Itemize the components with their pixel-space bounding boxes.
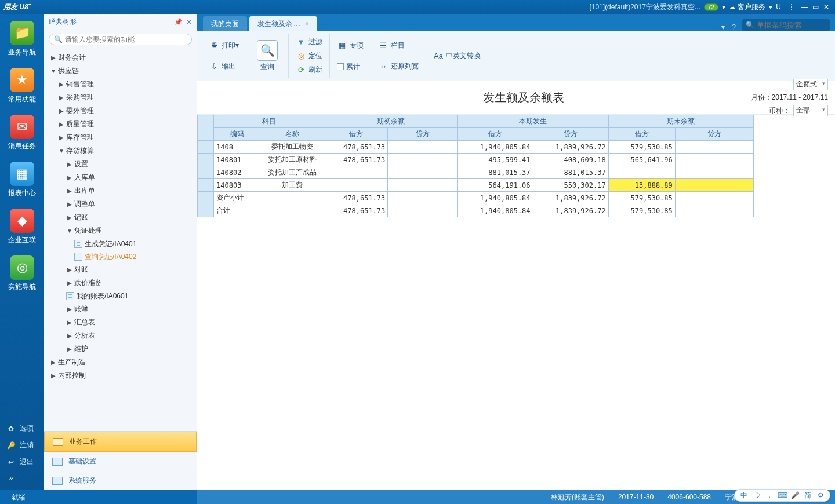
table-row[interactable]: 140802委托加工产成品881,015.37881,015.37: [198, 166, 754, 179]
chevron-down-icon[interactable]: ▼: [58, 145, 65, 158]
rail-item-reports[interactable]: ▦报表中心: [5, 162, 39, 198]
currency-select[interactable]: 全部: [793, 105, 828, 116]
chevron-right-icon[interactable]: ▶: [66, 277, 73, 290]
chevron-right-icon[interactable]: ▶: [58, 132, 65, 144]
tree-node-sale[interactable]: 销售管理: [66, 80, 94, 88]
chevron-down-icon[interactable]: ▼: [66, 225, 73, 238]
tree-node-summary[interactable]: 汇总表: [74, 318, 95, 326]
tree-node-quality[interactable]: 质量管理: [66, 120, 94, 128]
locate-button[interactable]: ◎定位: [295, 49, 324, 62]
special-button[interactable]: ▦专项: [336, 39, 365, 52]
tree-node-stock[interactable]: 库存管理: [66, 133, 94, 141]
tree-node-purchase[interactable]: 采购管理: [66, 93, 94, 101]
tree-node-post[interactable]: 记账: [74, 213, 88, 221]
mic-icon[interactable]: 🎤: [790, 491, 800, 500]
filter-button[interactable]: ▼过滤: [295, 35, 324, 48]
ime-simp[interactable]: 简: [803, 491, 812, 500]
minimize-button[interactable]: —: [801, 3, 808, 11]
chevron-down-icon[interactable]: ▼: [50, 65, 57, 78]
columns-button[interactable]: ☰栏目: [377, 39, 420, 52]
tab-report[interactable]: 发生额及余…×: [249, 16, 317, 31]
tree-node-deval[interactable]: 跌价准备: [74, 279, 102, 287]
close-button[interactable]: ✕: [823, 3, 829, 11]
table-row[interactable]: 140803加工费564,191.06550,302.1713,888.89: [198, 179, 754, 192]
dropdown-icon[interactable]: ▾: [722, 3, 725, 11]
chevron-right-icon[interactable]: ▶: [66, 185, 73, 198]
restore-width-button[interactable]: ↔还原列宽: [377, 60, 420, 73]
tree-node-inventory[interactable]: 存货核算: [66, 147, 94, 155]
tree-node-book[interactable]: 账簿: [74, 305, 88, 313]
help-icon[interactable]: ?: [732, 23, 736, 31]
dropdown-icon[interactable]: ▾: [769, 3, 772, 11]
tree-leaf-genvoucher[interactable]: 生成凭证/IA0401: [85, 240, 136, 248]
query-button[interactable]: 🔍查询: [252, 39, 282, 73]
tree-node-adjust[interactable]: 调整单: [74, 200, 95, 208]
chevron-right-icon[interactable]: ▶: [58, 105, 65, 118]
tree-node-recon[interactable]: 对账: [74, 265, 88, 273]
tab-close-icon[interactable]: ×: [305, 20, 309, 28]
chevron-right-icon[interactable]: ▶: [66, 303, 73, 316]
keyboard-icon[interactable]: ⌨: [778, 491, 787, 500]
tree-node-voucher[interactable]: 凭证处理: [74, 227, 102, 235]
maximize-button[interactable]: ▭: [812, 3, 819, 11]
rail-bottom-exit[interactable]: ↩退出: [0, 454, 44, 470]
chevron-right-icon[interactable]: ▶: [66, 198, 73, 211]
rail-item-messages[interactable]: ✉消息任务: [5, 115, 39, 151]
chevron-right-icon[interactable]: ▶: [58, 92, 65, 104]
tree-node-supply[interactable]: 供应链: [58, 67, 79, 75]
chevron-right-icon[interactable]: ▶: [50, 370, 57, 382]
nav-bottom-basic[interactable]: 基础设置: [44, 452, 197, 471]
chevron-right-icon[interactable]: ▶: [66, 343, 73, 356]
nav-bottom-sys[interactable]: 系统服务: [44, 471, 197, 490]
chevron-right-icon[interactable]: ▶: [58, 78, 65, 91]
notification-badge[interactable]: 72: [704, 3, 718, 11]
tree-node-setup[interactable]: 设置: [74, 160, 88, 168]
rail-item-implementation[interactable]: ◎实施导航: [5, 255, 39, 292]
comma-icon[interactable]: ，: [765, 491, 774, 500]
style-select[interactable]: 金额式: [793, 79, 828, 90]
chevron-right-icon[interactable]: ▶: [50, 52, 57, 64]
pin-icon[interactable]: 📌: [174, 18, 183, 26]
table-row[interactable]: 140801委托加工原材料478,651.73495,599.41408,609…: [198, 154, 754, 166]
refresh-button[interactable]: ⟳刷新: [295, 64, 324, 76]
moon-icon[interactable]: ☽: [752, 491, 761, 500]
tree-node-finance[interactable]: 财务会计: [58, 53, 86, 61]
chevron-right-icon[interactable]: ▶: [50, 356, 57, 369]
tab-dropdown-icon[interactable]: ▾: [721, 23, 725, 31]
chevron-right-icon[interactable]: ▶: [66, 158, 73, 171]
ime-cn[interactable]: 中: [739, 491, 749, 500]
nav-search-input[interactable]: [65, 35, 187, 43]
rail-item-favorites[interactable]: ★常用功能: [5, 68, 39, 104]
rail-item-enterprise[interactable]: ◆企业互联: [5, 209, 39, 245]
tree-node-mfg[interactable]: 生产制造: [58, 358, 86, 366]
chevron-right-icon[interactable]: ▶: [66, 171, 73, 184]
table-row[interactable]: 资产小计478,651.731,940,805.841,839,926.7257…: [198, 192, 754, 204]
ime-dock[interactable]: 中 ☽ ， ⌨ 🎤 简 ⚙: [734, 489, 830, 502]
cn-en-button[interactable]: Aa中英文转换: [432, 50, 482, 63]
tree-leaf-myreport[interactable]: 我的账表/IA0601: [77, 292, 128, 300]
tree-node-out[interactable]: 出库单: [74, 187, 95, 195]
chevron-right-icon[interactable]: ▶: [66, 264, 73, 276]
table-row[interactable]: 合计478,651.731,940,805.841,839,926.72579,…: [198, 204, 754, 217]
close-icon[interactable]: ✕: [186, 18, 192, 26]
tree-node-maintain[interactable]: 维护: [74, 345, 88, 353]
nav-bottom-biz[interactable]: 业务工作: [44, 432, 197, 452]
rail-bottom-options[interactable]: ✿选项: [0, 420, 44, 437]
nav-search[interactable]: 🔍: [49, 34, 192, 45]
tree-node-in[interactable]: 入库单: [74, 173, 95, 181]
u-menu[interactable]: U: [776, 3, 781, 11]
cumulative-checkbox[interactable]: 累计: [336, 61, 365, 73]
print-button[interactable]: 🖶打印 ▾: [208, 39, 240, 52]
rail-bottom-logout[interactable]: 🔑注销: [0, 437, 44, 454]
chevron-right-icon[interactable]: ▶: [66, 211, 73, 224]
barcode-search[interactable]: 🔍: [742, 19, 830, 31]
table-row[interactable]: 1408委托加工物资478,651.731,940,805.841,839,92…: [198, 141, 754, 154]
chevron-right-icon[interactable]: ▶: [66, 316, 73, 329]
tree-node-internal[interactable]: 内部控制: [58, 371, 86, 379]
tree-node-outsrc[interactable]: 委外管理: [66, 107, 94, 115]
customer-service-link[interactable]: ☁ 客户服务: [729, 2, 765, 12]
overflow-menu[interactable]: ⋮: [788, 3, 795, 11]
rail-item-biznav[interactable]: 📁业务导航: [5, 21, 39, 57]
tab-desktop[interactable]: 我的桌面: [203, 16, 247, 31]
chevron-right-icon[interactable]: ▶: [58, 118, 65, 131]
